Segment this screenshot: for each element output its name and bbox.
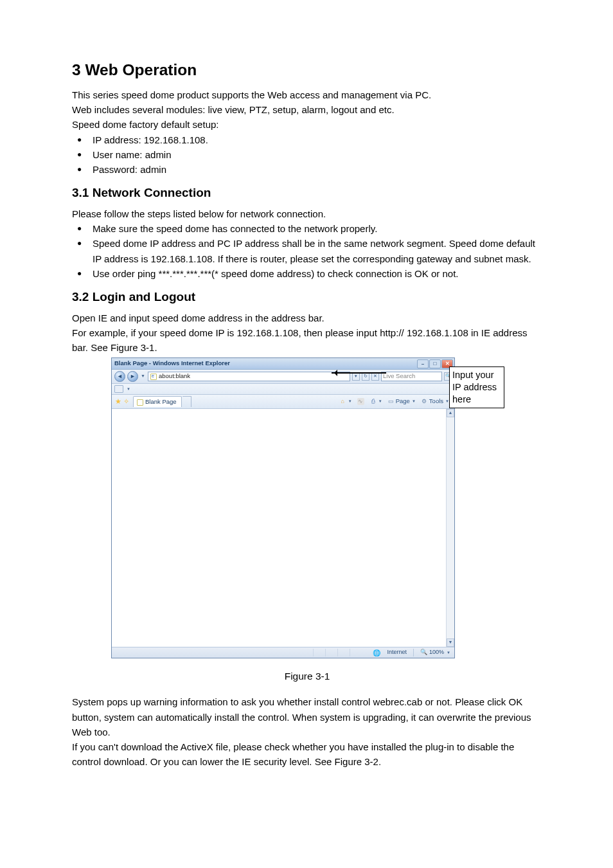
tools-menu-label: Tools [429, 397, 443, 406]
back-button[interactable]: ◄ [114, 371, 125, 382]
minimize-button[interactable]: – [417, 359, 429, 368]
add-favorites-icon[interactable]: ✧ [123, 396, 129, 407]
page-icon [150, 374, 157, 380]
search-placeholder: Live Search [383, 372, 415, 381]
search-box[interactable]: Live Search [381, 372, 442, 381]
list-item: Use order ping ***.***.***.***(* speed d… [72, 266, 542, 281]
feeds-button[interactable]: ∿ [355, 397, 366, 406]
after-figure-p1: System pops up warning information to as… [72, 694, 542, 739]
zoom-value: 100% [429, 648, 444, 657]
home-button[interactable]: ⌂▼ [337, 397, 354, 406]
security-zone-label: Internet [387, 648, 407, 657]
callout-box: Input your IP address here [449, 366, 504, 408]
zone-icon: 🌐 [373, 648, 380, 658]
print-icon: ⎙ [369, 398, 377, 405]
list-item: Speed dome IP address and PC IP address … [72, 236, 542, 266]
refresh-button[interactable]: ↻ [362, 372, 369, 381]
ie-content-area: ▲ ▼ [112, 409, 454, 647]
page-menu-label: Page [396, 397, 410, 406]
ie-window: Blank Page - Windows Internet Explorer –… [111, 357, 455, 658]
intro-line-2: Web includes several modules: live view,… [72, 102, 542, 117]
list-item: IP address: 192.168.1.108. [72, 132, 542, 147]
browser-tab[interactable]: Blank Page [133, 396, 182, 407]
list-item: User name: admin [72, 147, 542, 162]
address-bar-value: about:blank [159, 372, 190, 381]
figure-3-1: Blank Page - Windows Internet Explorer –… [111, 357, 503, 658]
ie-titlebar: Blank Page - Windows Internet Explorer –… [112, 358, 454, 370]
new-tab-button[interactable] [182, 396, 191, 407]
ie-command-bar: ★ ✧ Blank Page ⌂▼ ∿ ⎙▼ ▭Page▼ ⚙Tools▼ [112, 395, 454, 409]
intro-line-1: This series speed dome product supports … [72, 87, 542, 102]
ie-links-bar: ▼ [112, 384, 454, 395]
recent-pages-dropdown[interactable]: ▼ [140, 373, 146, 380]
network-steps-list: Make sure the speed dome has connected t… [72, 221, 542, 281]
list-item: Make sure the speed dome has connected t… [72, 221, 542, 236]
section-3-2-p2: For example, if your speed dome IP is 19… [72, 325, 542, 356]
section-3-1-lead: Please follow the steps listed below for… [72, 206, 542, 221]
scroll-up-button[interactable]: ▲ [447, 409, 454, 417]
zoom-icon: 🔍 [420, 648, 427, 657]
feeds-icon: ∿ [357, 398, 364, 405]
section-heading-3-2: 3.2 Login and Logout [72, 287, 542, 306]
list-item: Password: admin [72, 162, 542, 177]
page-icon-cmd: ▭ [387, 398, 395, 405]
intro-line-3: Speed dome factory default setup: [72, 117, 542, 132]
home-icon: ⌂ [339, 398, 346, 405]
go-button[interactable]: ▾ [352, 372, 360, 381]
zoom-control[interactable]: 🔍 100% ▼ [420, 648, 450, 657]
tools-menu[interactable]: ⚙Tools▼ [419, 396, 451, 407]
tab-label: Blank Page [145, 397, 177, 407]
ie-window-title: Blank Page - Windows Internet Explorer [114, 359, 230, 368]
address-bar[interactable]: about:blank [148, 372, 350, 381]
scroll-down-button[interactable]: ▼ [447, 638, 454, 647]
chapter-heading: 3 Web Operation [72, 58, 542, 82]
ie-nav-bar: ◄ ► ▼ about:blank ▾ ↻ ✕ Live Search 🔍 [112, 370, 454, 384]
maximize-button[interactable]: □ [429, 359, 441, 368]
tools-icon: ⚙ [421, 398, 428, 405]
links-dropdown[interactable]: ▼ [127, 386, 130, 392]
figure-caption: Figure 3-1 [72, 669, 542, 684]
vertical-scrollbar[interactable]: ▲ ▼ [446, 409, 454, 647]
callout-arrow [332, 372, 386, 374]
tab-page-icon [137, 399, 143, 406]
default-setup-list: IP address: 192.168.1.108. User name: ad… [72, 132, 542, 177]
forward-button[interactable]: ► [127, 371, 138, 382]
page-menu[interactable]: ▭Page▼ [386, 396, 418, 407]
stop-button[interactable]: ✕ [371, 372, 379, 381]
section-3-2-p1: Open IE and input speed dome address in … [72, 311, 542, 325]
favorites-star-icon[interactable]: ★ [115, 396, 121, 407]
print-button[interactable]: ⎙▼ [368, 397, 384, 406]
ie-status-bar: 🌐 Internet 🔍 100% ▼ [112, 647, 454, 658]
links-folder-icon[interactable] [114, 385, 123, 393]
section-heading-3-1: 3.1 Network Connection [72, 183, 542, 202]
after-figure-p2: If you can't download the ActiveX file, … [72, 739, 542, 770]
